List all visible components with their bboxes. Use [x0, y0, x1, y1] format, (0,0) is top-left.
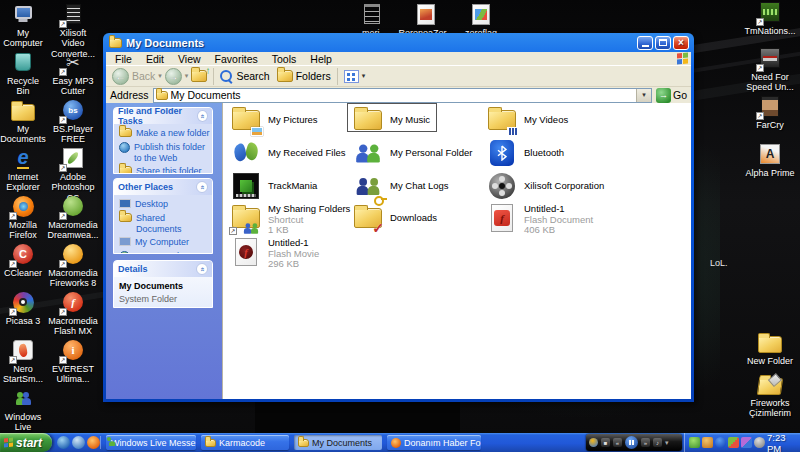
- desktop-icon-alpha-prime[interactable]: A Alpha Prime: [742, 142, 798, 178]
- place-my-network[interactable]: My Network Places: [119, 251, 210, 254]
- file-item-my-music[interactable]: My Music: [353, 105, 430, 135]
- forward-dropdown-icon[interactable]: ▾: [185, 72, 189, 80]
- desktop-icon-everest[interactable]: i↗ EVEREST Ultima...: [50, 338, 96, 385]
- place-desktop[interactable]: Desktop: [119, 199, 210, 210]
- title-bar[interactable]: My Documents ×: [106, 33, 691, 52]
- task-share-folder[interactable]: Share this folder: [119, 166, 210, 174]
- desktop-icon-my-computer[interactable]: My Computer: [0, 2, 46, 49]
- quick-launch-messenger-icon[interactable]: [57, 436, 70, 449]
- back-button[interactable]: ←: [112, 68, 129, 85]
- back-label: Back: [132, 70, 155, 82]
- desktop-icon-easy-mp3[interactable]: ✂↗ Easy MP3 Cutter: [50, 50, 96, 97]
- dreamweaver-icon: ↗: [61, 194, 85, 218]
- collapse-chevron-icon[interactable]: «: [197, 110, 208, 122]
- trackmania-nations-icon: ↗: [758, 0, 782, 24]
- desktop-icon-flashmx[interactable]: f↗ Macromedia Flash MX: [50, 290, 96, 337]
- desktop-icon-fireworks-cizimlerim[interactable]: Fireworks Çizimlerim: [742, 372, 798, 419]
- farcry-icon: ↗: [758, 94, 782, 118]
- desktop-icon-firefox[interactable]: ↗ Mozilla Firefox: [0, 194, 46, 241]
- internet-explorer-icon: e: [11, 146, 35, 170]
- place-my-computer[interactable]: My Computer: [119, 237, 210, 248]
- pictures-folder-icon: [231, 105, 261, 135]
- wmp-volume-button[interactable]: ♪: [653, 438, 662, 447]
- desktop-icon-fireworks8[interactable]: ↗ Macromedia Fireworks 8: [50, 242, 96, 289]
- desktop-icon-bsplayer[interactable]: bs↗ BS.Player FREE: [50, 98, 96, 145]
- fireworks-icon: ↗: [61, 242, 85, 266]
- file-item-my-videos[interactable]: My Videos: [487, 105, 568, 135]
- back-dropdown-icon[interactable]: ▾: [158, 72, 162, 80]
- task-publish-folder[interactable]: Publish this folder to the Web: [119, 142, 210, 164]
- place-shared-documents[interactable]: Shared Documents: [119, 213, 210, 235]
- taskbar-button-wlm[interactable]: Windows Live Messen...: [106, 435, 196, 450]
- menu-favorites[interactable]: Favorites: [208, 53, 265, 65]
- up-button[interactable]: ↑: [191, 70, 207, 82]
- wmp-taskbar-player[interactable]: ■ « » ♪ ▾: [586, 434, 682, 451]
- wmp-restore-icon[interactable]: ▾: [665, 439, 669, 447]
- desktop-icon-my-documents[interactable]: My Documents: [0, 98, 46, 145]
- desktop-icon-picasa[interactable]: ↗ Picasa 3: [0, 290, 46, 326]
- menu-file[interactable]: File: [108, 53, 139, 65]
- menu-help[interactable]: Help: [303, 53, 339, 65]
- desktop-icon-ccleaner[interactable]: C↗ CCleaner: [0, 242, 46, 278]
- panel-file-folder-tasks: File and Folder Tasks « Make a new folde…: [113, 107, 213, 174]
- desktop-icon-internet-explorer[interactable]: e Internet Explorer: [0, 146, 46, 193]
- tray-messenger-icon[interactable]: [689, 437, 700, 448]
- close-button[interactable]: ×: [673, 36, 689, 50]
- wmp-next-button[interactable]: »: [641, 438, 650, 447]
- desktop-icon-tmnations[interactable]: ↗ TmNations...: [742, 0, 798, 36]
- menu-view[interactable]: View: [171, 53, 208, 65]
- menu-tools[interactable]: Tools: [265, 53, 304, 65]
- file-item-my-received-files[interactable]: My Received Files: [231, 138, 346, 168]
- desktop-icon-nero[interactable]: ↗ Nero StartSm...: [0, 338, 46, 385]
- views-button[interactable]: [344, 70, 359, 83]
- wmp-previous-button[interactable]: «: [613, 438, 622, 447]
- panel-details: Details « My Documents System Folder: [113, 260, 213, 308]
- taskbar-button-donanim-haber[interactable]: Donanım Haber Foru...: [387, 435, 481, 450]
- maximize-button[interactable]: [655, 36, 671, 50]
- desktop-icon-farcry[interactable]: ↗ FarCry: [742, 94, 798, 130]
- quick-launch-firefox-icon[interactable]: [87, 436, 100, 449]
- desktop-icon-nfsu[interactable]: ↗ Need For Speed Un...: [742, 46, 798, 93]
- minimize-button[interactable]: [637, 36, 653, 50]
- forward-button[interactable]: →: [165, 68, 182, 85]
- folders-button[interactable]: Folders: [296, 70, 331, 82]
- go-button[interactable]: → Go: [656, 88, 687, 103]
- collapse-chevron-icon[interactable]: «: [196, 181, 208, 193]
- file-item-xilisoft[interactable]: Xilisoft Corporation: [487, 171, 604, 201]
- file-item-untitled1-document[interactable]: f Untitled-1Flash Document406 KB: [487, 203, 593, 236]
- file-item-my-chat-logs[interactable]: My Chat Logs: [353, 171, 449, 201]
- wmp-pause-button[interactable]: [625, 436, 638, 449]
- file-item-downloads[interactable]: ✓ Downloads: [353, 203, 437, 233]
- tray-app-icon[interactable]: [728, 437, 739, 448]
- file-item-my-personal-folder[interactable]: My Personal Folder: [353, 138, 472, 168]
- file-item-trackmania[interactable]: TrackMania: [231, 171, 317, 201]
- tray-bluetooth-icon[interactable]: [715, 437, 726, 448]
- file-item-untitled1-movie[interactable]: f Untitled-1Flash Movie296 KB: [231, 237, 319, 270]
- start-button[interactable]: start: [0, 433, 52, 452]
- desktop-icon-dreamweaver[interactable]: ↗ Macromedia Dreamwea...: [50, 194, 96, 241]
- file-item-bluetooth[interactable]: Bluetooth: [487, 138, 564, 168]
- taskbar-button-my-documents[interactable]: My Documents: [294, 435, 382, 450]
- file-item-my-pictures[interactable]: My Pictures: [231, 105, 318, 135]
- desktop-icon-new-folder[interactable]: New Folder: [742, 330, 798, 366]
- go-icon: →: [656, 88, 671, 103]
- tray-safely-remove-icon[interactable]: [754, 437, 765, 448]
- desktop-icon-recycle-bin[interactable]: Recycle Bin: [0, 50, 46, 97]
- wmp-logo-icon[interactable]: [589, 438, 598, 447]
- taskbar-button-karmacode[interactable]: Karmacode: [201, 435, 289, 450]
- tray-app2-icon[interactable]: [741, 437, 752, 448]
- shared-folder-icon: [119, 213, 132, 222]
- file-item-my-sharing-folders[interactable]: ↗ My Sharing FoldersShortcut1 KB: [231, 203, 350, 236]
- quick-launch-ie-icon[interactable]: [72, 436, 85, 449]
- views-dropdown-icon[interactable]: ▾: [362, 72, 366, 80]
- picasa-icon: ↗: [11, 290, 35, 314]
- wmp-stop-button[interactable]: ■: [601, 438, 610, 447]
- address-dropdown-button[interactable]: ▾: [636, 89, 651, 102]
- tray-volume-icon[interactable]: [702, 437, 713, 448]
- menu-edit[interactable]: Edit: [139, 53, 171, 65]
- task-make-new-folder[interactable]: Make a new folder: [119, 128, 210, 139]
- search-button[interactable]: Search: [236, 70, 269, 82]
- collapse-chevron-icon[interactable]: «: [196, 263, 208, 275]
- start-windows-logo-icon: [4, 438, 13, 448]
- address-combo[interactable]: My Documents ▾: [153, 88, 652, 103]
